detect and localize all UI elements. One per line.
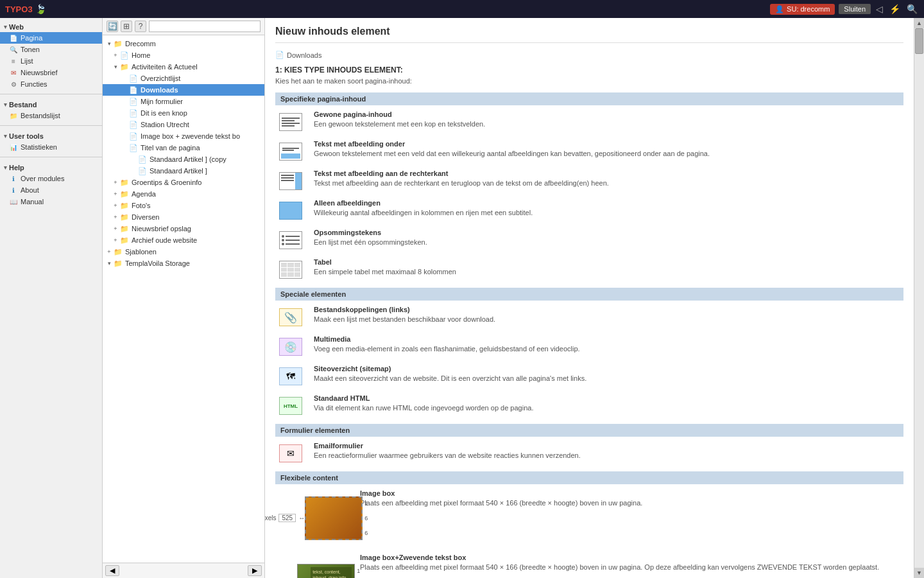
node-label-downloads: Downloads — [141, 86, 178, 94]
toggle-diversen[interactable]: + — [112, 213, 119, 221]
list-item[interactable]: HTML Standaard HTML Via dit element kan … — [275, 394, 903, 417]
item-desc: Plaats een afbeelding met pixel formaat … — [360, 498, 903, 508]
tree-help-icon[interactable]: ? — [135, 21, 146, 32]
sidebar-item-over-modules[interactable]: ℹ Over modules — [0, 173, 102, 184]
sidebar-group-usertools-header[interactable]: User tools — [0, 130, 102, 141]
toggle-sjablonen[interactable]: + — [105, 248, 113, 256]
tree-node-downloads[interactable]: 📄 Downloads — [103, 84, 264, 96]
sidebar-group-web-header[interactable]: Web — [0, 21, 102, 32]
list-item[interactable]: Tekst met afbeelding onder Gewoon tekste… — [275, 140, 903, 163]
tree-node-drecomm[interactable]: ▾ 📁 Drecomm — [103, 38, 264, 49]
flash-icon[interactable]: ⚡ — [888, 3, 902, 15]
tree-node-archief[interactable]: + 📁 Archief oude website — [103, 234, 264, 246]
item-desc: Een gewoon tekstelement met een kop en t… — [314, 119, 903, 129]
toggle-titel[interactable] — [121, 144, 128, 152]
sidebar-item-statistieken[interactable]: 📊 Statistieken — [0, 141, 102, 153]
scroll-down-button[interactable]: ▼ — [914, 568, 924, 578]
tree-search-input[interactable] — [149, 21, 261, 32]
tree-node-standaard[interactable]: 📄 Standaard Artikel ] — [103, 165, 264, 177]
breadcrumb-icon: 📄 — [275, 51, 284, 59]
list-item[interactable]: Gewone pagina-inhoud Een gewoon tekstele… — [275, 110, 903, 134]
toggle-drecomm[interactable]: ▾ — [105, 40, 113, 48]
sidebar-item-nieuwsbrief[interactable]: ✉ Nieuwsbrief — [0, 67, 102, 78]
toggle-downloads[interactable] — [121, 86, 128, 94]
tree-node-home[interactable]: + 📄 Home — [103, 49, 264, 61]
sidebar-group-web: Web 📄 Pagina 🔍 Tonen ≡ Lijst ✉ Nieuwsbri… — [0, 18, 102, 92]
toggle-templavoila[interactable]: ▾ — [105, 259, 113, 267]
toggle-groentips[interactable]: + — [112, 179, 119, 186]
text-img-below-icon — [279, 143, 302, 161]
list-item[interactable]: Opsommingstekens Een lijst met één opsom… — [275, 229, 903, 252]
item-title: Multimedia — [314, 335, 903, 343]
list-item[interactable]: Tabel Een simpele tabel met maximaal 8 k… — [275, 258, 903, 281]
tree-node-templavoila[interactable]: ▾ 📁 TemplaVoila Storage — [103, 258, 264, 269]
line — [282, 148, 299, 149]
list-item[interactable]: Tekst met afbeelding aan de rechterkant … — [275, 170, 903, 193]
item-title: Tekst met afbeelding aan de rechterkant — [314, 170, 903, 177]
tree-node-groentips[interactable]: + 📁 Groentips & Groeninfo — [103, 177, 264, 188]
tree-refresh-icon[interactable]: 🔄 — [107, 21, 118, 32]
sidebar-item-pagina[interactable]: 📄 Pagina — [0, 32, 102, 44]
list-item[interactable]: ↔ pixels : 525 ↔ 1 6 6 Image box Plaats … — [275, 489, 903, 547]
tree-node-agenda[interactable]: + 📁 Agenda — [103, 188, 264, 200]
list-item[interactable]: 🗺 Siteoverzicht (sitemap) Maakt een site… — [275, 365, 903, 388]
tree-nav-next[interactable]: ▶ — [248, 565, 262, 576]
nav-left-icon[interactable]: ◁ — [875, 3, 884, 15]
scroll-thumb[interactable] — [915, 28, 923, 54]
list-item[interactable]: ↔ 525 pixels ↔ tekst, content, inhoud, d… — [275, 554, 903, 578]
toggle-overzichtlijst[interactable] — [121, 74, 128, 82]
logo-text: TYPO3 — [5, 4, 33, 14]
tree-node-activiteiten[interactable]: ▾ 📁 Activiteiten & Actueel — [103, 61, 264, 73]
tree-expand-icon[interactable]: ⊞ — [121, 21, 132, 32]
list-item[interactable]: ✉ Emailformulier Een reactieformulier wa… — [275, 442, 903, 465]
tree-node-diversen[interactable]: + 📁 Diversen — [103, 211, 264, 223]
toggle-archief[interactable]: + — [112, 236, 119, 244]
node-label-diversen: Diversen — [132, 213, 159, 221]
section-flexibele-header: Flexibele content — [275, 471, 903, 484]
toggle-agenda[interactable]: + — [112, 190, 119, 198]
tree-node-dit-is-een-knop[interactable]: 📄 Dit is een knop — [103, 107, 264, 119]
toggle-standaard-copy[interactable] — [130, 155, 137, 163]
tree-node-titel[interactable]: 📄 Titel van de pagina — [103, 142, 264, 153]
list-item[interactable]: Alleen afbeeldingen Willekeurig aantal a… — [275, 199, 903, 222]
tree-node-mijn-formulier[interactable]: 📄 Mijn formulier — [103, 96, 264, 107]
tree-node-fotos[interactable]: + 📁 Foto's — [103, 200, 264, 211]
sidebar-item-functies[interactable]: ⚙ Functies — [0, 78, 102, 90]
sidebar-item-about[interactable]: ℹ About — [0, 184, 102, 196]
tree-node-image-box[interactable]: 📄 Image box + zwevende tekst bo — [103, 130, 264, 142]
toggle-image-box[interactable] — [121, 132, 128, 140]
content-text-image-box-zwevende: Image box+Zwevende tekst box Plaats een … — [360, 554, 903, 572]
list-item[interactable]: 💿 Multimedia Voeg een media-element in z… — [275, 335, 903, 358]
toggle-home[interactable]: + — [112, 51, 119, 59]
list-item[interactable]: 📎 Bestandskoppelingen (links) Maak een l… — [275, 306, 903, 329]
tree-nav-prev[interactable]: ◀ — [105, 565, 119, 576]
image-ruler-container: 1 6 6 — [305, 496, 368, 540]
tree-node-stadion-utrecht[interactable]: 📄 Stadion Utrecht — [103, 119, 264, 130]
sidebar-item-bestandslijst[interactable]: 📁 Bestandslijst — [0, 110, 102, 121]
search-icon[interactable]: 🔍 — [905, 3, 919, 15]
toggle-standaard[interactable] — [130, 167, 137, 175]
tree-node-overzichtlijst[interactable]: 📄 Overzichtlijst — [103, 73, 264, 84]
sluiten-button[interactable]: Sluiten — [839, 4, 871, 14]
toggle-activiteiten[interactable]: ▾ — [112, 63, 119, 71]
scroll-up-button[interactable]: ▲ — [914, 18, 924, 28]
sidebar-item-lijst[interactable]: ≡ Lijst — [0, 55, 102, 67]
folder-icon: 📁 — [119, 235, 130, 245]
multimedia-icon: 💿 — [279, 338, 302, 356]
toggle-mijn-formulier[interactable] — [121, 98, 128, 105]
node-label-agenda: Agenda — [132, 190, 156, 198]
toggle-stadion[interactable] — [121, 121, 128, 128]
tree-node-sjablonen[interactable]: + 📁 Sjablonen — [103, 246, 264, 258]
tree-node-nieuwsbrief-opslag[interactable]: + 📁 Nieuwsbrief opslag — [103, 223, 264, 234]
item-title: Image box+Zwevende tekst box — [360, 554, 903, 561]
sidebar-group-help-header[interactable]: Help — [0, 161, 102, 173]
sidebar-item-manual[interactable]: 📖 Manual — [0, 196, 102, 207]
toggle-nieuwsbrief-opslag[interactable]: + — [112, 225, 119, 232]
item-title: Bestandskoppelingen (links) — [314, 306, 903, 313]
sidebar-group-bestand-header[interactable]: Bestand — [0, 98, 102, 110]
toggle-dit-is-een-knop[interactable] — [121, 109, 128, 117]
tree-node-standaard-copy[interactable]: 📄 Standaard Artikel ] (copy — [103, 153, 264, 165]
toggle-fotos[interactable]: + — [112, 202, 119, 209]
sidebar-item-tonen[interactable]: 🔍 Tonen — [0, 44, 102, 55]
node-label-home: Home — [132, 51, 150, 59]
